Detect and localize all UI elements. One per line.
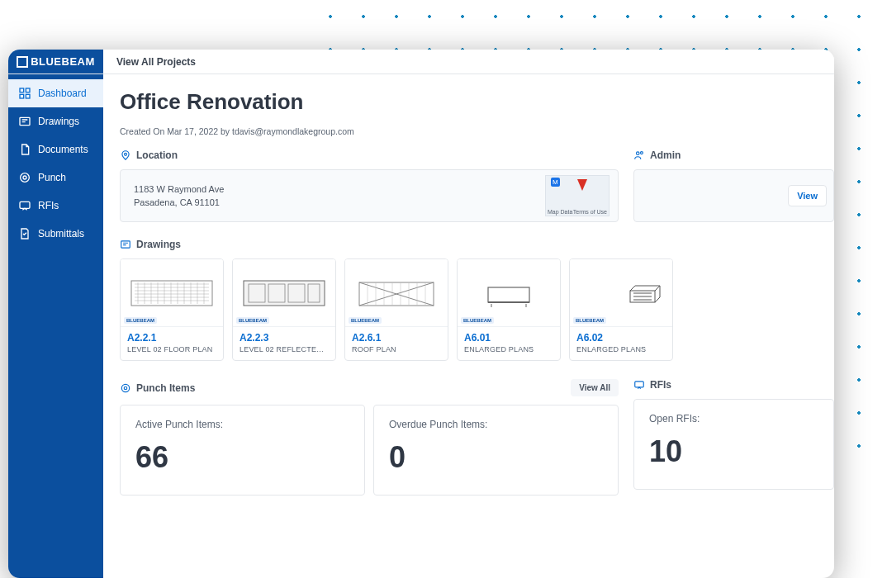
drawing-title: ENLARGED PLANS <box>464 345 553 353</box>
drawings-heading-text: Drawings <box>136 239 181 250</box>
app-window: BLUEBEAM View All Projects Dashboard Dra… <box>8 50 834 578</box>
page-title: Office Renovation <box>120 89 834 115</box>
overdue-punch-label: Overdue Punch Items: <box>389 419 603 430</box>
map-terms-link[interactable]: Terms of Use <box>573 209 607 215</box>
drawing-card[interactable]: BLUEBEAM A2.2.3 LEVEL 02 REFLECTED CEIL.… <box>232 258 336 361</box>
documents-icon <box>18 143 31 156</box>
admin-view-button[interactable]: View <box>788 185 827 206</box>
brand-logo-mark <box>17 56 28 68</box>
brand-logo-text: BLUEBEAM <box>17 55 95 68</box>
drawing-title: LEVEL 02 REFLECTED CEIL... <box>240 345 329 353</box>
active-punch-value: 66 <box>135 440 349 475</box>
brand-name: BLUEBEAM <box>31 55 95 68</box>
drawing-code: A6.02 <box>576 332 666 344</box>
drawings-list: BLUEBEAM A2.2.1 LEVEL 02 FLOOR PLAN BLUE… <box>120 258 834 361</box>
open-rfi-label: Open RFIs: <box>649 413 818 424</box>
sidebar-item-documents[interactable]: Documents <box>8 135 103 164</box>
map-thumbnail[interactable]: M Map Data Terms of Use <box>545 175 610 216</box>
svg-rect-19 <box>488 287 529 302</box>
sidebar-item-label: Submittals <box>38 228 84 239</box>
drawings-icon <box>18 115 31 128</box>
rfi-icon <box>18 199 31 212</box>
sidebar-item-dashboard[interactable]: Dashboard <box>8 79 103 107</box>
location-icon <box>120 149 131 161</box>
punch-view-all-button[interactable]: View All <box>571 379 619 396</box>
location-address: 1183 W Raymond Ave Pasadena, CA 91101 <box>134 183 224 210</box>
svg-rect-1 <box>26 88 30 92</box>
drawing-code: A2.2.1 <box>127 332 216 344</box>
sidebar-item-rfis[interactable]: RFIs <box>8 192 103 220</box>
svg-point-10 <box>640 152 643 154</box>
svg-rect-12 <box>131 281 212 306</box>
drawing-thumbnail: BLUEBEAM <box>121 259 223 327</box>
drawing-code: A2.2.3 <box>240 332 329 344</box>
sidebar-item-label: Documents <box>38 144 88 155</box>
svg-point-22 <box>124 386 127 390</box>
thumbnail-watermark: BLUEBEAM <box>124 317 157 324</box>
admin-card: View <box>633 169 834 222</box>
drawing-card[interactable]: BLUEBEAM A6.02 ENLARGED PLANS <box>569 258 673 361</box>
admin-icon <box>633 149 645 161</box>
map-attribution: Map Data Terms of Use <box>548 209 607 215</box>
punch-heading: Punch Items <box>120 382 195 394</box>
drawing-code: A6.01 <box>464 332 553 344</box>
svg-rect-0 <box>20 88 24 92</box>
svg-point-8 <box>125 153 127 155</box>
metrics-row: Punch Items View All Active Punch Items:… <box>120 379 834 496</box>
address-line2: Pasadena, CA 91101 <box>134 196 224 210</box>
drawing-code: A2.6.1 <box>352 332 441 344</box>
sidebar-item-label: Dashboard <box>38 88 87 99</box>
brand-logo[interactable]: BLUEBEAM <box>8 50 103 74</box>
rfi-icon <box>633 379 645 391</box>
thumbnail-watermark: BLUEBEAM <box>573 317 606 324</box>
drawing-card[interactable]: BLUEBEAM A6.01 ENLARGED PLANS <box>457 258 561 361</box>
map-marker-label: M <box>551 178 560 187</box>
drawing-title: ROOF PLAN <box>352 345 441 353</box>
rfi-section: RFIs Open RFIs: 10 <box>633 379 834 496</box>
drawings-section: Drawings BLUEBEAM A2.2.1 LEVEL 02 FLOOR … <box>120 239 834 361</box>
map-pin-icon <box>577 179 587 191</box>
active-punch-card[interactable]: Active Punch Items: 66 <box>120 405 365 496</box>
svg-rect-2 <box>20 94 24 98</box>
location-admin-row: Location 1183 W Raymond Ave Pasadena, CA… <box>120 149 834 222</box>
page-created-by: Created On Mar 17, 2022 by tdavis@raymon… <box>120 126 834 136</box>
active-punch-label: Active Punch Items: <box>135 419 349 430</box>
drawing-thumbnail: BLUEBEAM <box>345 259 448 327</box>
drawing-thumbnail: BLUEBEAM <box>570 259 672 327</box>
body: Dashboard Drawings Documents Punch <box>8 74 834 578</box>
svg-rect-23 <box>635 382 644 387</box>
svg-rect-13 <box>244 281 325 306</box>
submittals-icon <box>18 227 31 240</box>
address-line1: 1183 W Raymond Ave <box>134 183 224 197</box>
drawings-icon <box>120 239 131 250</box>
punch-section: Punch Items View All Active Punch Items:… <box>120 379 619 496</box>
thumbnail-watermark: BLUEBEAM <box>349 317 382 324</box>
svg-point-6 <box>23 176 26 179</box>
drawing-card[interactable]: BLUEBEAM A2.2.1 LEVEL 02 FLOOR PLAN <box>120 258 224 361</box>
thumbnail-watermark: BLUEBEAM <box>236 317 269 324</box>
sidebar-item-label: Punch <box>38 172 66 183</box>
open-rfi-card[interactable]: Open RFIs: 10 <box>633 399 834 490</box>
sidebar-item-punch[interactable]: Punch <box>8 164 103 192</box>
sidebar-item-submittals[interactable]: Submittals <box>8 220 103 248</box>
sidebar-item-drawings[interactable]: Drawings <box>8 107 103 135</box>
location-heading: Location <box>120 149 619 161</box>
dashboard-icon <box>18 87 31 100</box>
open-rfi-value: 10 <box>649 434 818 469</box>
admin-heading: Admin <box>633 149 834 161</box>
main-content: Office Renovation Created On Mar 17, 202… <box>103 74 834 578</box>
thumbnail-watermark: BLUEBEAM <box>461 317 494 324</box>
location-card[interactable]: 1183 W Raymond Ave Pasadena, CA 91101 M … <box>120 169 619 222</box>
svg-point-5 <box>21 173 30 183</box>
sidebar: Dashboard Drawings Documents Punch <box>8 74 103 578</box>
drawing-title: LEVEL 02 FLOOR PLAN <box>127 345 216 353</box>
overdue-punch-card[interactable]: Overdue Punch Items: 0 <box>373 405 619 496</box>
drawing-title: ENLARGED PLANS <box>576 345 666 353</box>
drawing-card[interactable]: BLUEBEAM A2.6.1 ROOF PLAN <box>344 258 448 361</box>
location-heading-text: Location <box>136 149 178 161</box>
svg-point-21 <box>121 384 129 391</box>
svg-rect-7 <box>20 202 30 208</box>
view-all-projects-link[interactable]: View All Projects <box>103 56 196 68</box>
rfi-heading: RFIs <box>633 379 834 391</box>
sidebar-item-label: Drawings <box>38 116 79 127</box>
